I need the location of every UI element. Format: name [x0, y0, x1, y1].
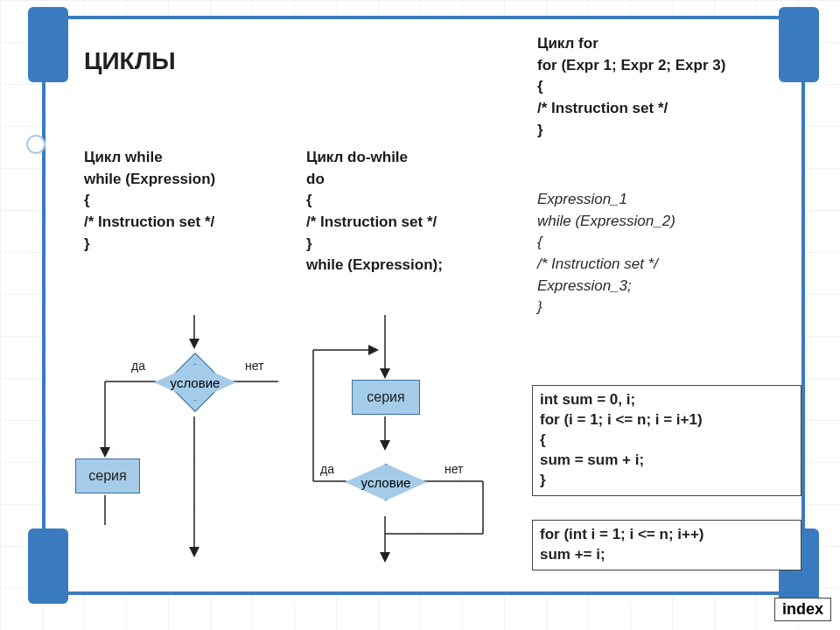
example-code-2: for (int i = 1; i <= n; i++) sum += i; — [532, 520, 802, 570]
example-code-1: int sum = 0, i; for (i = 1; i <= n; i = … — [532, 385, 802, 496]
decorative-circle — [26, 135, 46, 154]
while-series-box: серия — [75, 458, 140, 494]
frame-corner-tl — [28, 7, 68, 82]
page-title: ЦИКЛЫ — [84, 47, 176, 75]
while-code-block: Цикл while while (Expression) { /* Instr… — [84, 147, 285, 255]
for-code-block: Цикл for for (Expr 1; Expr 2; Expr 3) { … — [537, 33, 787, 141]
series-text: серия — [88, 468, 126, 484]
condition-text: условие — [171, 375, 220, 390]
do-condition-text: условие — [361, 475, 411, 490]
for-equivalent-block: Expression_1 while (Expression_2) { /* I… — [537, 189, 787, 318]
do-yes-label: да — [320, 462, 334, 476]
while-yes-label: да — [131, 359, 145, 373]
do-series-box: серия — [352, 380, 420, 415]
do-no-label: нет — [444, 462, 463, 476]
frame-corner-bl — [28, 528, 68, 604]
do-series-text: серия — [367, 389, 404, 405]
index-link[interactable]: index — [774, 598, 831, 621]
do-while-code-block: Цикл do-while do { /* Instruction set */… — [306, 147, 508, 276]
while-no-label: нет — [245, 359, 263, 373]
